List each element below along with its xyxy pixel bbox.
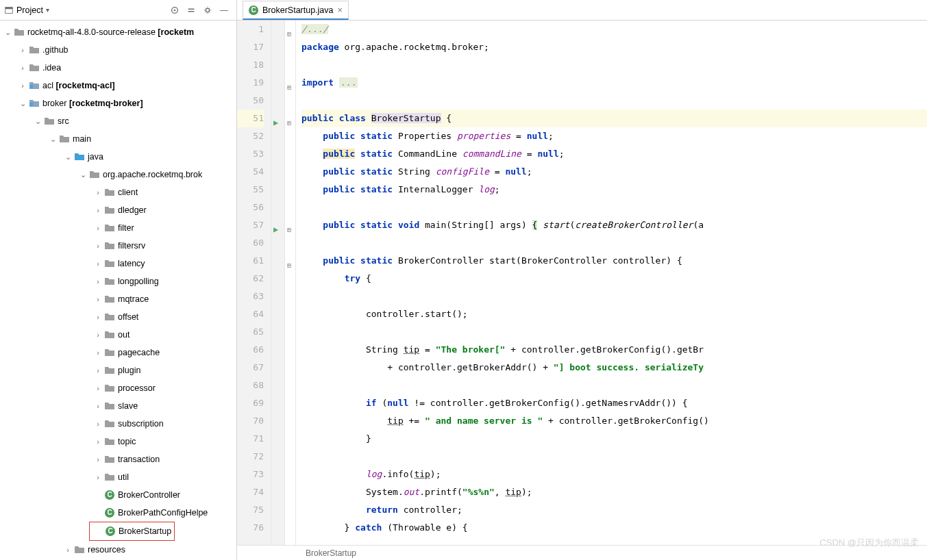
run-icon[interactable]: ▶ bbox=[273, 220, 278, 238]
editor-pane: C BrokerStartup.java × 11718195051525354… bbox=[237, 0, 927, 560]
tree-item[interactable]: › transaction bbox=[0, 450, 236, 468]
fold-icon[interactable]: ⊞ bbox=[287, 114, 291, 132]
tree-item[interactable]: › util bbox=[0, 468, 236, 486]
chevron-icon[interactable]: ⌄ bbox=[33, 117, 42, 126]
chevron-icon[interactable]: › bbox=[93, 473, 103, 481]
locate-icon[interactable] bbox=[168, 3, 182, 17]
fold-icon[interactable]: ⊞ bbox=[287, 25, 291, 43]
folder-gray-icon bbox=[104, 311, 115, 322]
chevron-icon[interactable]: ⌄ bbox=[3, 28, 12, 37]
tree-item-label: processor bbox=[118, 383, 156, 393]
tree-item-label: .github bbox=[42, 45, 69, 55]
chevron-icon[interactable]: › bbox=[93, 224, 103, 232]
folder-gray-icon bbox=[104, 347, 115, 358]
chevron-icon[interactable]: › bbox=[18, 81, 27, 90]
chevron-icon[interactable]: ⌄ bbox=[18, 99, 27, 108]
code-text[interactable]: /.../package org.apache.rocketmq.broker;… bbox=[296, 21, 927, 545]
tree-item[interactable]: › out bbox=[0, 326, 236, 344]
chevron-icon[interactable]: › bbox=[18, 46, 27, 54]
tree-item[interactable]: › dledger bbox=[0, 201, 236, 219]
fold-icon[interactable]: ⊞ bbox=[287, 221, 291, 239]
project-sidebar: Project ▾ — ⌄ rocketmq-all-4.8.0-source-… bbox=[0, 0, 237, 560]
tree-item-label: client bbox=[118, 188, 138, 197]
tree-item[interactable]: › slave bbox=[0, 397, 236, 415]
chevron-icon[interactable]: › bbox=[93, 188, 103, 196]
line-number-gutter: 1171819505152535455565760616263646566676… bbox=[237, 21, 271, 545]
tree-item[interactable]: › .github bbox=[0, 41, 236, 59]
tree-item[interactable]: › filter bbox=[0, 219, 236, 237]
chevron-icon[interactable]: › bbox=[93, 277, 103, 285]
tab-brokerstartup[interactable]: C BrokerStartup.java × bbox=[243, 1, 349, 20]
project-title[interactable]: Project bbox=[16, 5, 43, 15]
chevron-icon[interactable]: ⌄ bbox=[78, 170, 88, 179]
tree-item[interactable]: › pagecache bbox=[0, 344, 236, 361]
tree-item[interactable]: › filtersrv bbox=[0, 237, 236, 255]
svg-rect-5 bbox=[29, 85, 33, 88]
chevron-icon[interactable]: ⌄ bbox=[63, 153, 73, 162]
tree-item[interactable]: › acl [rocketmq-acl] bbox=[0, 77, 236, 94]
chevron-icon[interactable]: › bbox=[93, 242, 103, 250]
chevron-icon[interactable]: › bbox=[93, 331, 103, 339]
tree-item-label: out bbox=[118, 330, 129, 340]
tree-item-label: plugin bbox=[118, 366, 140, 375]
gear-icon[interactable] bbox=[201, 3, 214, 17]
tree-item[interactable]: ⌄ java bbox=[0, 148, 236, 166]
tree-item[interactable]: ⌄ broker [rocketmq-broker] bbox=[0, 94, 236, 112]
tree-item[interactable]: › resources bbox=[0, 541, 236, 559]
tree-item[interactable]: › plugin bbox=[0, 361, 236, 379]
svg-point-3 bbox=[174, 9, 176, 11]
run-icon[interactable]: ▶ bbox=[273, 114, 278, 131]
chevron-icon[interactable]: › bbox=[93, 295, 103, 303]
fold-icon[interactable]: ⊞ bbox=[287, 79, 291, 97]
chevron-icon[interactable]: › bbox=[93, 455, 103, 463]
chevron-icon[interactable]: › bbox=[93, 366, 103, 374]
expand-all-icon[interactable] bbox=[184, 3, 198, 17]
tree-item[interactable]: › latency bbox=[0, 255, 236, 272]
tree-item[interactable]: C BrokerPathConfigHelpe bbox=[0, 504, 236, 522]
folder-gray-icon bbox=[29, 44, 40, 55]
folder-gray-icon bbox=[104, 240, 115, 251]
chevron-down-icon[interactable]: ▾ bbox=[46, 6, 49, 14]
tree-item[interactable]: ⌄ main bbox=[0, 130, 236, 148]
tree-item[interactable]: › subscription bbox=[0, 415, 236, 433]
folder-gray-icon bbox=[104, 276, 115, 287]
tree-item[interactable]: › client bbox=[0, 183, 236, 201]
tree-item-label: longpolling bbox=[118, 277, 159, 286]
fold-icon[interactable]: ⊞ bbox=[287, 257, 291, 275]
tree-item[interactable]: › mqtrace bbox=[0, 290, 236, 308]
tree-item-label: src bbox=[58, 116, 69, 126]
tree-item[interactable]: C BrokerStartup bbox=[90, 522, 171, 540]
module-icon bbox=[29, 98, 40, 109]
tree-item[interactable]: C BrokerController bbox=[0, 486, 236, 504]
tree-item[interactable]: › offset bbox=[0, 308, 236, 326]
tree-item-label: slave bbox=[118, 401, 138, 411]
chevron-icon[interactable]: › bbox=[93, 348, 103, 357]
folder-gray-icon bbox=[104, 436, 115, 447]
folder-gray-icon bbox=[74, 544, 85, 555]
tree-item[interactable]: › processor bbox=[0, 379, 236, 397]
tree-item[interactable]: ⌄ src bbox=[0, 112, 236, 130]
chevron-icon[interactable]: ⌄ bbox=[48, 135, 58, 144]
chevron-icon[interactable]: › bbox=[63, 546, 73, 554]
folder-gray-icon bbox=[104, 365, 115, 376]
tree-item[interactable]: › .idea bbox=[0, 59, 236, 77]
folder-gray-icon bbox=[104, 329, 115, 340]
close-icon[interactable]: × bbox=[338, 5, 343, 15]
chevron-icon[interactable]: › bbox=[93, 206, 103, 214]
folder-gray-icon bbox=[104, 400, 115, 411]
chevron-icon[interactable]: › bbox=[93, 384, 103, 392]
tree-item-label: acl [rocketmq-acl] bbox=[42, 81, 115, 90]
tree-item[interactable]: › topic bbox=[0, 433, 236, 450]
chevron-icon[interactable]: › bbox=[93, 437, 103, 446]
tree-item[interactable]: › longpolling bbox=[0, 272, 236, 290]
tree-item-label: pagecache bbox=[118, 348, 160, 357]
project-tree[interactable]: ⌄ rocketmq-all-4.8.0-source-release [roc… bbox=[0, 21, 236, 560]
chevron-icon[interactable]: › bbox=[18, 64, 27, 72]
tree-item[interactable]: ⌄ org.apache.rocketmq.brok bbox=[0, 166, 236, 183]
chevron-icon[interactable]: › bbox=[93, 313, 103, 321]
chevron-icon[interactable]: › bbox=[93, 259, 103, 268]
tree-root[interactable]: ⌄ rocketmq-all-4.8.0-source-release [roc… bbox=[0, 23, 236, 41]
chevron-icon[interactable]: › bbox=[93, 402, 103, 410]
chevron-icon[interactable]: › bbox=[93, 420, 103, 428]
hide-icon[interactable]: — bbox=[217, 3, 231, 17]
